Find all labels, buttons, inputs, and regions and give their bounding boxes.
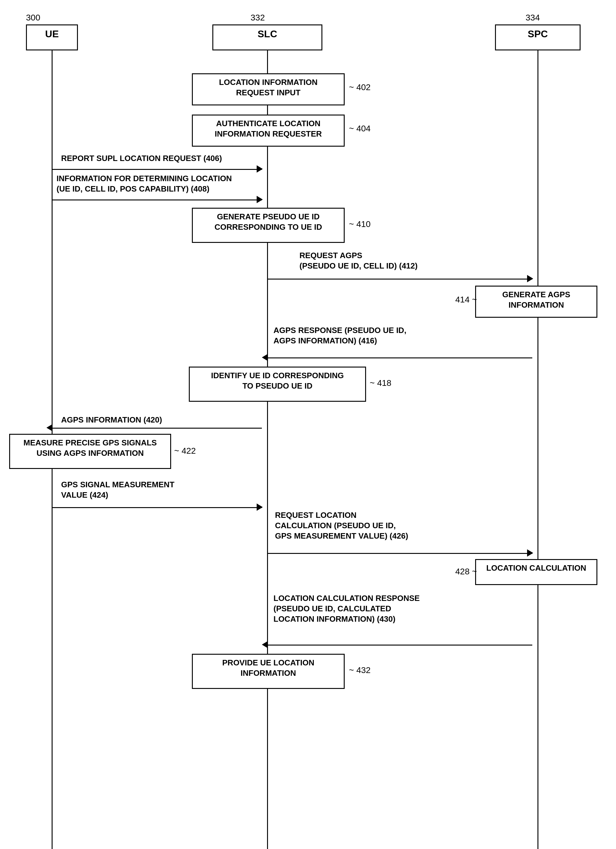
arrow-label-430: LOCATION CALCULATION RESPONSE(PSEUDO UE … (273, 593, 420, 624)
process-422: MEASURE PRECISE GPS SIGNALSUSING AGPS IN… (9, 434, 171, 469)
arrow-line-430 (268, 645, 532, 645)
arrowhead-416 (262, 354, 268, 361)
arrowhead-426 (527, 549, 533, 557)
spc-lifeline (537, 51, 538, 849)
process-414: GENERATE AGPSINFORMATION (475, 286, 597, 318)
arrow-label-406: REPORT SUPL LOCATION REQUEST (406) (61, 153, 222, 164)
arrow-line-406 (52, 169, 262, 170)
process-410: GENERATE PSEUDO UE IDCORRESPONDING TO UE… (192, 208, 345, 243)
entity-slc: SLC (212, 24, 322, 51)
arrowhead-412 (527, 275, 533, 282)
ref-334: 334 (525, 13, 540, 22)
step-num-418: ~ 418 (370, 378, 391, 388)
arrowhead-430 (262, 641, 268, 648)
arrow-label-420: AGPS INFORMATION (420) (61, 415, 162, 425)
process-432: PROVIDE UE LOCATIONINFORMATION (192, 654, 345, 689)
ref-300: 300 (26, 13, 40, 22)
entity-ue: UE (26, 24, 78, 51)
arrowhead-406 (257, 165, 263, 173)
ref-332: 332 (251, 13, 265, 22)
arrow-label-426: REQUEST LOCATIONCALCULATION (PSEUDO UE I… (275, 510, 408, 541)
arrow-line-408 (52, 200, 262, 200)
arrow-line-416 (268, 357, 532, 358)
arrow-line-420 (52, 428, 262, 429)
step-num-428: 428 ~ (455, 567, 477, 576)
arrow-line-424 (52, 507, 262, 508)
step-num-404: ~ 404 (349, 124, 371, 134)
step-num-422: ~ 422 (174, 446, 196, 456)
arrow-label-408: INFORMATION FOR DETERMINING LOCATION(UE … (57, 174, 232, 194)
sequence-diagram: 300 332 334 UE SLC SPC LOCATION INFORMAT… (0, 0, 616, 849)
arrowhead-408 (257, 196, 263, 203)
arrowhead-424 (257, 503, 263, 511)
step-num-432: ~ 432 (349, 666, 371, 675)
process-404: AUTHENTICATE LOCATIONINFORMATION REQUEST… (192, 115, 345, 147)
entity-spc: SPC (495, 24, 580, 51)
slc-lifeline (267, 51, 268, 849)
process-428: LOCATION CALCULATION (475, 559, 597, 585)
arrow-label-412: REQUEST AGPS(PSEUDO UE ID, CELL ID) (412… (300, 250, 418, 271)
arrow-label-416: AGPS RESPONSE (PSEUDO UE ID,AGPS INFORMA… (273, 325, 406, 346)
process-402: LOCATION INFORMATIONREQUEST INPUT (192, 73, 345, 106)
step-num-402: ~ 402 (349, 82, 371, 92)
step-num-414: 414 ~ (455, 295, 477, 305)
arrow-line-426 (268, 553, 532, 554)
arrowhead-420 (46, 424, 52, 431)
arrow-line-412 (268, 279, 532, 280)
arrow-label-424: GPS SIGNAL MEASUREMENTVALUE (424) (61, 480, 175, 500)
process-418: IDENTIFY UE ID CORRESPONDINGTO PSEUDO UE… (189, 366, 366, 402)
step-num-410: ~ 410 (349, 219, 371, 229)
